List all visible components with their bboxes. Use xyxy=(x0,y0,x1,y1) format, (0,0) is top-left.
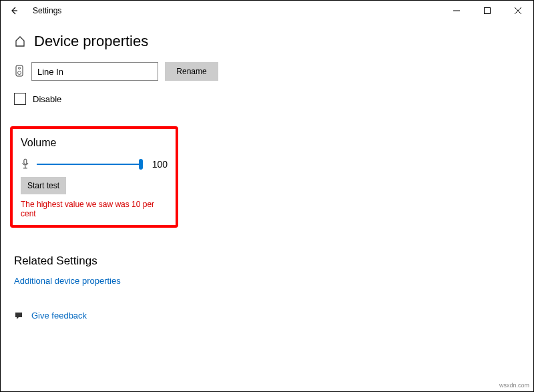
additional-properties-link[interactable]: Additional device properties xyxy=(14,276,121,286)
app-title: Settings xyxy=(33,6,61,15)
device-name-input[interactable] xyxy=(31,62,158,81)
window-controls xyxy=(441,1,533,21)
page-header: Device properties xyxy=(1,21,533,57)
svg-point-6 xyxy=(19,67,21,69)
feedback-row: Give feedback xyxy=(14,311,520,321)
back-arrow-icon xyxy=(9,6,19,15)
content-area: Rename Disable Volume 100 Start test The… xyxy=(1,57,533,326)
test-status-text: The highest value we saw was 10 per cent xyxy=(21,200,168,218)
close-button[interactable] xyxy=(503,1,533,21)
volume-title: Volume xyxy=(21,137,168,149)
watermark: wsxdn.com xyxy=(499,382,529,389)
close-icon xyxy=(515,7,521,14)
disable-row: Disable xyxy=(14,93,520,105)
titlebar: Settings xyxy=(1,1,533,21)
volume-slider-row: 100 xyxy=(21,158,168,170)
maximize-button[interactable] xyxy=(472,1,503,21)
disable-checkbox[interactable] xyxy=(14,93,26,105)
volume-section-highlighted: Volume 100 Start test The highest value … xyxy=(10,126,178,228)
maximize-icon xyxy=(484,7,491,14)
page-title: Device properties xyxy=(34,33,148,50)
disable-label: Disable xyxy=(33,94,61,104)
minimize-icon xyxy=(453,7,460,14)
start-test-button[interactable]: Start test xyxy=(21,177,66,194)
back-button[interactable] xyxy=(1,1,27,21)
rename-button[interactable]: Rename xyxy=(165,62,218,81)
device-name-row: Rename xyxy=(14,62,520,81)
give-feedback-link[interactable]: Give feedback xyxy=(31,311,87,321)
volume-slider[interactable] xyxy=(37,164,142,165)
svg-rect-8 xyxy=(24,159,27,164)
volume-slider-thumb[interactable] xyxy=(139,159,143,170)
device-icon xyxy=(14,65,25,78)
feedback-icon xyxy=(14,311,23,321)
svg-rect-2 xyxy=(485,8,491,14)
related-settings-title: Related Settings xyxy=(14,254,520,268)
volume-value: 100 xyxy=(152,159,168,170)
svg-point-7 xyxy=(18,71,21,75)
minimize-button[interactable] xyxy=(441,1,472,21)
microphone-icon xyxy=(21,158,30,170)
home-icon[interactable] xyxy=(14,35,26,47)
